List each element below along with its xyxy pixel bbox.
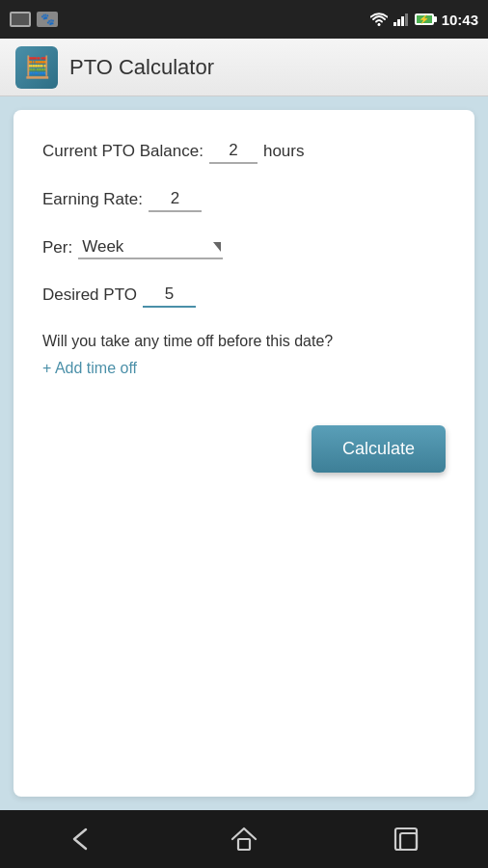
svg-rect-7 — [400, 833, 417, 850]
app-bar: 🧮 PTO Calculator — [0, 39, 488, 96]
home-icon — [230, 826, 258, 853]
wifi-icon — [370, 13, 388, 26]
svg-rect-5 — [238, 839, 250, 850]
app-title: PTO Calculator — [69, 55, 214, 80]
calculator-card: Current PTO Balance: hours Earning Rate:… — [14, 110, 474, 797]
app-icon-emoji: 🧮 — [24, 55, 50, 80]
recent-icon — [393, 827, 420, 852]
desired-pto-row: Desired PTO — [42, 283, 446, 308]
battery-lightning: ⚡ — [419, 14, 429, 24]
current-pto-input[interactable] — [209, 139, 258, 164]
nav-bar — [0, 810, 488, 868]
svg-rect-1 — [393, 22, 396, 26]
question-text: Will you take any time off before this d… — [42, 331, 446, 352]
notification-icon-1 — [10, 12, 31, 27]
status-bar-right: ⚡ 10:43 — [370, 12, 478, 28]
desired-pto-input[interactable] — [143, 283, 196, 308]
per-dropdown-container: Week Day Month Year — [78, 235, 223, 259]
per-label: Per: — [42, 238, 72, 258]
button-container: Calculate — [42, 425, 446, 473]
recent-button[interactable] — [383, 820, 431, 858]
time-display: 10:43 — [442, 12, 478, 28]
svg-rect-2 — [397, 19, 400, 26]
signal-icon — [393, 13, 409, 26]
battery-container: ⚡ — [415, 14, 434, 25]
notification-icon-2: 🐾 — [37, 12, 58, 27]
svg-rect-4 — [405, 14, 408, 26]
app-icon: 🧮 — [15, 46, 58, 89]
earning-rate-input[interactable] — [149, 187, 202, 212]
svg-rect-6 — [395, 828, 417, 850]
back-button[interactable] — [57, 820, 105, 858]
calculate-button[interactable]: Calculate — [312, 425, 446, 473]
add-time-off-link[interactable]: + Add time off — [42, 360, 137, 377]
back-icon — [67, 827, 95, 852]
current-pto-label: Current PTO Balance: — [42, 142, 203, 161]
status-bar: 🐾 ⚡ 10:43 — [0, 0, 488, 39]
per-dropdown[interactable]: Week Day Month Year — [78, 235, 203, 258]
per-row: Per: Week Day Month Year — [42, 235, 446, 259]
svg-point-0 — [377, 23, 380, 26]
main-content: Current PTO Balance: hours Earning Rate:… — [0, 96, 488, 810]
desired-pto-label: Desired PTO — [42, 285, 137, 305]
hours-label: hours — [263, 142, 305, 161]
status-bar-left: 🐾 — [10, 12, 58, 27]
dropdown-arrow-icon — [213, 242, 221, 252]
current-pto-row: Current PTO Balance: hours — [42, 139, 446, 164]
svg-rect-3 — [401, 16, 404, 26]
earning-rate-label: Earning Rate: — [42, 190, 143, 209]
earning-rate-row: Earning Rate: — [42, 187, 446, 212]
question-container: Will you take any time off before this d… — [42, 331, 446, 406]
battery-icon: ⚡ — [415, 14, 434, 25]
home-button[interactable] — [220, 820, 268, 858]
